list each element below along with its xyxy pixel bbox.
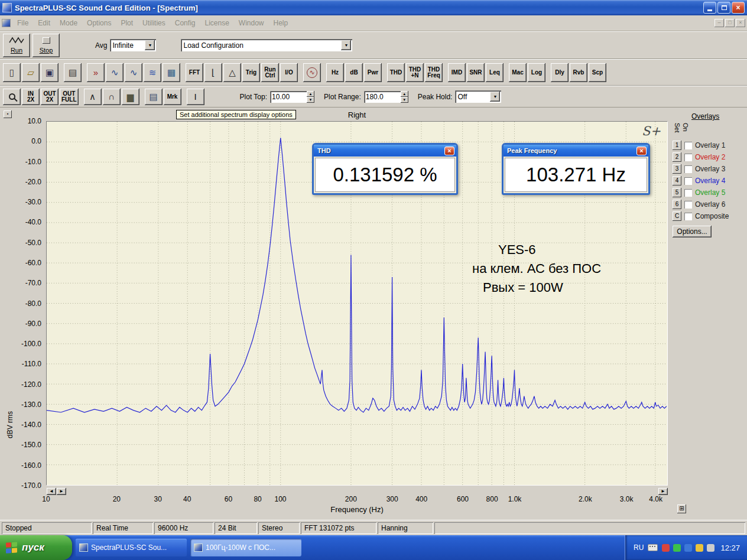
task-button-1[interactable]: SpectraPLUS-SC Sou... xyxy=(76,539,187,556)
spin-down-icon[interactable]: ▼ xyxy=(401,97,408,103)
toolbar-smooth-curve-button[interactable]: ∩ xyxy=(103,89,121,105)
toolbar-run-control-button[interactable]: RunCtrl xyxy=(261,63,279,82)
toolbar-leq-button[interactable]: Leq xyxy=(486,63,504,82)
toolbar-scaling-button[interactable]: ⌊ xyxy=(204,63,222,82)
toolbar-macro-button[interactable]: Mac xyxy=(509,63,527,82)
menu-item-plot[interactable]: Plot xyxy=(116,17,138,30)
toolbar-spectrogram-view-button[interactable]: ▦ xyxy=(163,63,180,82)
menu-item-options[interactable]: Options xyxy=(82,17,116,30)
toolbar-zoom-in-2x-button[interactable]: IN2X xyxy=(22,89,40,105)
toolbar-reverb-button[interactable]: Rvb xyxy=(570,63,587,82)
overlay-checkbox-1[interactable] xyxy=(684,142,692,149)
overlay-checkbox-5[interactable] xyxy=(684,189,692,197)
toolbar-delay-button[interactable]: Dly xyxy=(551,63,569,82)
toolbar-waterfall-view-button[interactable]: ≋ xyxy=(144,63,161,82)
taskbar-clock[interactable]: 12:27 xyxy=(720,543,740,552)
overlay-checkbox-2[interactable] xyxy=(684,154,692,161)
peak-frequency-window-titlebar[interactable]: Peak Frequency × xyxy=(504,145,648,157)
menu-item-help[interactable]: Help xyxy=(269,17,293,30)
overlay-set-button-4[interactable]: 4 xyxy=(673,176,681,185)
overlay-checkbox-3[interactable] xyxy=(684,165,692,173)
close-button[interactable]: × xyxy=(732,2,745,14)
toolbar-thd-plus-n-button[interactable]: THD+N xyxy=(406,63,424,82)
toolbar-io-settings-button[interactable]: I/O xyxy=(280,63,298,82)
avg-select[interactable]: Infinite ▼ xyxy=(110,39,156,51)
overlay-set-button-2[interactable]: 2 xyxy=(673,152,681,162)
plot-top-input[interactable] xyxy=(270,91,307,103)
thd-window-close-button[interactable]: × xyxy=(444,146,454,155)
child-restore-button[interactable]: □ xyxy=(725,19,735,27)
overlay-checkbox-C[interactable] xyxy=(684,213,692,220)
menu-item-mode[interactable]: Mode xyxy=(55,17,82,30)
chevron-down-icon[interactable]: ▼ xyxy=(341,40,351,50)
toolbar-signal-generator-button[interactable]: ∿ xyxy=(303,63,321,82)
overlay-set-button-6[interactable]: 6 xyxy=(673,200,681,209)
chevron-down-icon[interactable]: ▼ xyxy=(145,40,155,50)
thd-window[interactable]: THD × 0.131592 % xyxy=(312,143,458,195)
toolbar-print-button[interactable]: ▤ xyxy=(64,63,82,82)
toolbar-waveform-view-button[interactable]: ∿ xyxy=(125,63,142,82)
toolbar-zoom-out-full-button[interactable]: OUTFULL xyxy=(60,89,79,105)
tray-icon-5[interactable] xyxy=(707,544,714,552)
toolbar-open-file-button[interactable]: ▱ xyxy=(22,63,40,82)
toolbar-power-units-button[interactable]: Pwr xyxy=(364,63,382,82)
overlay-set-button-5[interactable]: 5 xyxy=(673,188,681,197)
toolbar-db-units-button[interactable]: dB xyxy=(345,63,363,82)
overlay-set-button-1[interactable]: 1 xyxy=(673,141,681,150)
menu-item-window[interactable]: Window xyxy=(234,17,269,30)
overlay-checkbox-6[interactable] xyxy=(684,201,692,209)
spin-up-icon[interactable]: ▲ xyxy=(307,91,314,97)
toolbar-calibration-button[interactable]: △ xyxy=(223,63,241,82)
toolbar-bar-display-button[interactable]: ▆ xyxy=(122,89,139,105)
menu-item-edit[interactable]: Edit xyxy=(33,17,55,30)
thd-window-titlebar[interactable]: THD × xyxy=(314,145,456,157)
restore-button[interactable] xyxy=(717,2,730,14)
peak-frequency-window-close-button[interactable]: × xyxy=(636,146,647,155)
keyboard-icon[interactable] xyxy=(648,544,658,551)
toolbar-display-options-button[interactable]: ▤ xyxy=(145,89,163,105)
stop-button[interactable]: Stop xyxy=(33,34,60,57)
toolbar-thd-button[interactable]: THD xyxy=(387,63,405,82)
titlebar[interactable]: SpectraPLUS-SC Sound Card Edition - [Spe… xyxy=(0,0,747,15)
toolbar-cursor-select-button[interactable]: I xyxy=(187,89,204,105)
spin-down-icon[interactable]: ▼ xyxy=(307,97,314,103)
run-button[interactable]: Run xyxy=(3,34,30,57)
toolbar-zoom-button[interactable] xyxy=(3,89,21,105)
toolbar-logging-button[interactable]: Log xyxy=(528,63,545,82)
toolbar-thd-freq-button[interactable]: THDFreq xyxy=(425,63,443,82)
tray-icon-2[interactable] xyxy=(673,544,681,552)
spin-up-icon[interactable]: ▲ xyxy=(401,91,408,97)
scroll-right-button[interactable]: ► xyxy=(57,488,66,495)
toolbar-marker-button[interactable]: Mrk xyxy=(164,89,181,105)
start-button[interactable]: пуск xyxy=(0,535,72,560)
tray-icon-4[interactable] xyxy=(696,544,703,552)
chevron-down-icon[interactable]: ▼ xyxy=(490,92,500,102)
scroll-right-edge-button[interactable]: ► xyxy=(658,488,668,495)
plot-menu-button[interactable]: ▪ xyxy=(4,110,12,118)
task-button-2[interactable]: 100Гц-100W с ПОС... xyxy=(190,539,301,556)
toolbar-wave-edit-button[interactable]: ∿ xyxy=(106,63,124,82)
overlay-checkbox-4[interactable] xyxy=(684,177,692,185)
toolbar-peak-curve-button[interactable]: ∧ xyxy=(84,89,102,105)
tray-icon-1[interactable] xyxy=(662,544,670,552)
toolbar-new-file-button[interactable]: ▯ xyxy=(3,63,21,82)
language-indicator[interactable]: RU xyxy=(634,543,644,552)
peak-hold-select[interactable]: Off ▼ xyxy=(455,90,501,103)
peak-frequency-window[interactable]: Peak Frequency × 103.271 Hz xyxy=(502,143,650,195)
menu-item-license[interactable]: License xyxy=(200,17,233,30)
minimize-button[interactable] xyxy=(703,2,716,14)
menu-item-file[interactable]: File xyxy=(12,17,33,30)
overlay-options-button[interactable]: Options... xyxy=(673,226,712,237)
overlays-link[interactable]: Overlays xyxy=(691,112,747,121)
toolbar-save-file-button[interactable]: ▣ xyxy=(41,63,59,82)
toolbar-snr-button[interactable]: SNR xyxy=(467,63,485,82)
toolbar-fast-forward-button[interactable]: » xyxy=(87,63,105,82)
load-configuration-select[interactable]: Load Configuration ▼ xyxy=(181,39,352,51)
plot-range-input[interactable] xyxy=(364,91,401,103)
menu-item-config[interactable]: Config xyxy=(170,17,200,30)
toolbar-imd-button[interactable]: IMD xyxy=(448,63,466,82)
child-minimize-button[interactable]: – xyxy=(714,19,724,27)
scroll-left-button[interactable]: ◄ xyxy=(47,488,56,495)
corner-expand-button[interactable]: ⊞ xyxy=(677,504,686,513)
child-window-icon[interactable] xyxy=(2,19,11,27)
